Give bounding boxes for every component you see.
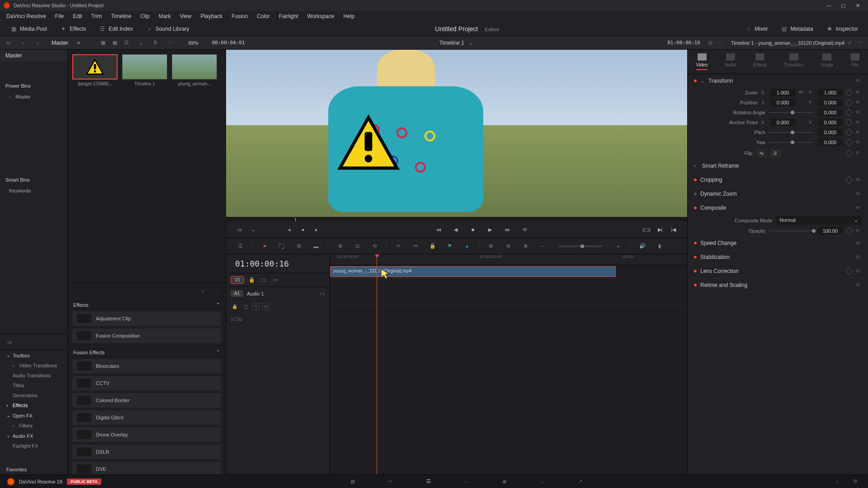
marker-icon[interactable]: ● [298, 225, 307, 234]
media-pool-toggle[interactable]: ▦Media Pool [5, 23, 52, 34]
effect-adjustment-clip[interactable]: Adjustment Clip [72, 311, 221, 326]
nav-back-icon[interactable]: ‹ [18, 38, 28, 48]
insert-icon[interactable]: ⊕ [335, 241, 345, 252]
smart-reframe-header[interactable]: ›Smart Reframe [688, 159, 868, 173]
edit-index-toggle[interactable]: ☰Edit Index [94, 23, 137, 34]
effect-dslr[interactable]: DSLR [72, 445, 221, 459]
keyframe-icon[interactable] [845, 129, 853, 136]
next-edit-icon[interactable]: ▶| [656, 225, 665, 234]
reset-icon[interactable]: ⟲ [855, 89, 862, 96]
dynamic-zoom-header[interactable]: Dynamic Zoom⟲ [688, 187, 868, 201]
effect-binoculars[interactable]: Binoculars [72, 359, 221, 373]
sound-library-toggle[interactable]: ♪Sound Library [141, 23, 194, 34]
menu-file[interactable]: File [51, 13, 68, 19]
opacity-slider[interactable] [769, 230, 814, 231]
link-icon[interactable]: ⚯ [410, 241, 421, 252]
menu-color[interactable]: Color [252, 13, 274, 19]
viewer-scrub-bar[interactable] [226, 217, 687, 221]
in-out-icon[interactable]: ⊏⊐ [642, 225, 651, 234]
menu-fusion[interactable]: Fusion [227, 13, 252, 19]
inspector-tab-effects[interactable]: Effects [753, 53, 767, 70]
inspector-tab-image[interactable]: Image [821, 53, 834, 70]
reset-icon[interactable]: ⟲ [855, 205, 862, 211]
power-bins-header[interactable]: Power Bins [0, 80, 67, 92]
stabilization-header[interactable]: Stabilization⟲ [688, 250, 868, 264]
reset-icon[interactable]: ⟲ [855, 268, 862, 274]
audio-track-a1[interactable] [330, 279, 687, 306]
transform-header[interactable]: ⌄Transform⟲ [688, 74, 868, 88]
minimize-button[interactable]: — [822, 1, 835, 10]
timeline-tracks[interactable]: 01:00:00:00 01:00:02:00 01:00: young_wom… [330, 254, 687, 474]
rotation-slider[interactable] [769, 112, 814, 113]
anchor-x-input[interactable]: 0.000 [770, 119, 795, 126]
bin-master-tab[interactable]: Master [0, 50, 67, 61]
reset-icon[interactable]: ⟲ [855, 109, 862, 116]
solo-button[interactable]: S [252, 303, 259, 310]
menu-fairlight[interactable]: Fairlight [274, 13, 303, 19]
tree-fairlight-fx[interactable]: Fairlight FX [0, 441, 67, 451]
overwrite-icon[interactable]: ⊡ [352, 241, 363, 252]
keyframe-icon[interactable] [845, 89, 853, 97]
clip-thumb-young-woman[interactable]: young_woman... [172, 54, 217, 86]
menu-davinci[interactable]: DaVinci Resolve [2, 13, 51, 19]
track-enable-icon[interactable]: ▭ [271, 276, 279, 284]
lock-track-icon[interactable]: 🔒 [248, 276, 256, 284]
zoom-y-input[interactable]: 1.000 [818, 89, 843, 96]
tree-effects[interactable]: ›Effects [0, 400, 67, 410]
view-thumb-icon[interactable]: ▦ [110, 38, 120, 48]
zoom-plus-icon[interactable]: + [613, 241, 624, 252]
retime-scaling-header[interactable]: Retime and Scaling⟲ [688, 278, 868, 292]
chevron-down-icon[interactable]: ⌄ [249, 225, 258, 234]
speed-change-header[interactable]: Speed Change⟲ [688, 236, 868, 250]
reset-icon[interactable]: ⟲ [855, 129, 862, 136]
timeline-dropdown[interactable]: Timeline 1 [439, 40, 464, 46]
expand-icon[interactable]: ⤢ [844, 38, 854, 48]
inspector-options-icon[interactable]: ⋯ [854, 38, 864, 48]
pos-x-input[interactable]: 0.000 [770, 99, 795, 106]
home-icon[interactable]: ⌂ [832, 477, 843, 486]
reset-icon[interactable]: ⟲ [855, 254, 862, 260]
effects-group-effects[interactable]: Effects⌃ [68, 298, 226, 311]
page-deliver-icon[interactable]: ↗ [575, 477, 586, 486]
mute-button[interactable]: M [262, 303, 269, 310]
match-frame-fwd-icon[interactable]: ▸ [312, 225, 321, 234]
viewer-mode-icon[interactable]: ▭ [235, 225, 244, 234]
effects-library-icon[interactable]: ▭ [5, 337, 14, 347]
reset-icon[interactable]: ⟲ [855, 282, 862, 288]
link-icon[interactable]: ⚯ [799, 89, 805, 96]
flip-h-button[interactable]: ⇋ [756, 149, 767, 158]
pitch-input[interactable]: 0.000 [818, 129, 843, 136]
menu-mark[interactable]: Mark [154, 13, 175, 19]
reset-icon[interactable]: ⟲ [855, 119, 862, 126]
reset-icon[interactable]: ⟲ [855, 228, 862, 234]
menu-workspace[interactable]: Workspace [303, 13, 339, 19]
tree-toolbox[interactable]: ⌄Toolbox [0, 350, 67, 361]
viewer-options-icon[interactable]: ⋯ [716, 38, 726, 48]
page-fusion-icon[interactable]: ⎓ [461, 477, 472, 486]
mixer-toggle[interactable]: ⎍Mixer [740, 23, 772, 34]
keyframe-icon[interactable] [845, 227, 853, 235]
composite-header[interactable]: Composite⟲ [688, 201, 868, 215]
flag-icon[interactable]: ⚑ [444, 241, 455, 252]
inspector-tab-video[interactable]: Video [696, 53, 708, 70]
replace-icon[interactable]: ⟲ [369, 241, 380, 252]
keyframe-icon[interactable] [845, 139, 853, 146]
page-media-icon[interactable]: ▦ [347, 477, 358, 486]
bin-view-icon[interactable]: ▭ [4, 38, 14, 48]
tree-titles[interactable]: Titles [0, 380, 67, 390]
viewer-sync-icon[interactable]: ◎ [706, 38, 716, 48]
sort-icon[interactable]: ⇅ [151, 38, 160, 48]
marker-color-icon[interactable]: ● [462, 241, 472, 252]
menu-view[interactable]: View [175, 13, 196, 19]
anchor-y-input[interactable]: 0.000 [818, 119, 843, 126]
page-cut-icon[interactable]: ✂ [385, 477, 396, 486]
reset-icon[interactable]: ⟲ [855, 240, 862, 246]
close-button[interactable]: ✕ [851, 1, 864, 10]
options-icon[interactable]: ⋯ [165, 38, 175, 48]
keyframe-icon[interactable] [845, 176, 853, 184]
metadata-toggle[interactable]: ▤Metadata [776, 23, 818, 34]
tree-filters[interactable]: ›Filters [0, 421, 67, 431]
inspector-tab-transition[interactable]: Transition [784, 53, 804, 70]
auto-select-audio-icon[interactable]: ▢ [241, 302, 250, 310]
inspector-toggle[interactable]: ✱Inspector [821, 23, 863, 34]
